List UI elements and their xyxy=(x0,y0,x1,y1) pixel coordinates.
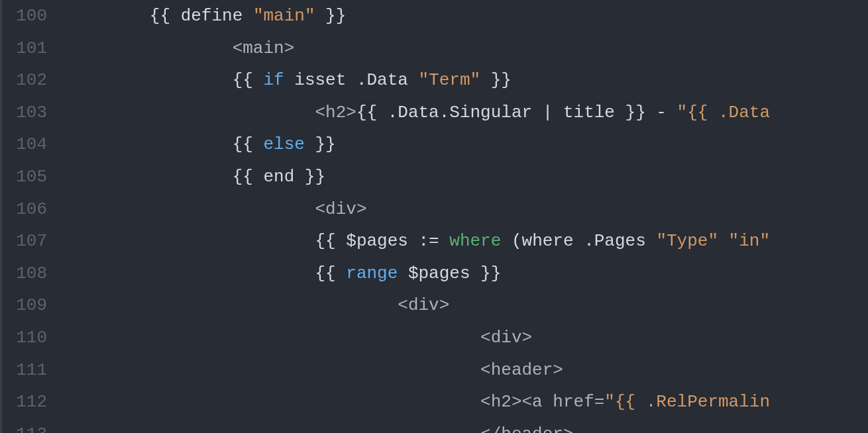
token-dim: </header> xyxy=(67,424,574,433)
token-default: }} xyxy=(480,70,512,90)
token-tag: <header> xyxy=(480,360,563,380)
line-number: 104 xyxy=(2,128,47,161)
token-default: (where .Pages xyxy=(501,231,656,251)
line-number: 103 xyxy=(2,97,47,129)
token-tag: <div> xyxy=(480,328,532,348)
code-line[interactable]: {{ else }} xyxy=(67,128,868,161)
line-number: 106 xyxy=(2,193,47,226)
token-default: {{ $pages := xyxy=(315,231,449,251)
token-default: {{ xyxy=(150,6,181,26)
token-string: "Type" xyxy=(656,231,718,251)
token-tag: <main> xyxy=(233,38,295,58)
line-number: 112 xyxy=(2,386,47,418)
token-default: }} xyxy=(294,167,325,187)
token-func: where xyxy=(449,231,501,251)
line-number: 111 xyxy=(2,354,47,387)
code-line[interactable]: <div> xyxy=(67,322,868,354)
token-default: define xyxy=(181,6,243,26)
line-number: 107 xyxy=(2,225,47,258)
code-line[interactable]: {{ define "main" }} xyxy=(67,0,868,32)
code-line[interactable]: {{ if isset .Data "Term" }} xyxy=(67,64,868,97)
token-default: {{ .Data.Singular | title }} - xyxy=(356,103,677,122)
code-line[interactable]: <main> xyxy=(67,32,868,65)
token-tag: <div> xyxy=(315,199,366,219)
code-line[interactable]: <header> xyxy=(67,354,868,387)
token-default xyxy=(718,231,729,251)
token-default: }} xyxy=(305,134,336,154)
code-line[interactable]: <h2>{{ .Data.Singular | title }} - "{{ .… xyxy=(67,97,868,129)
token-default: }} xyxy=(315,6,347,26)
code-line[interactable]: <div> xyxy=(67,289,868,322)
token-default: isset .Data xyxy=(284,70,419,90)
token-keyword: if xyxy=(263,70,284,90)
token-default: {{ xyxy=(315,264,346,283)
line-number: 102 xyxy=(2,64,47,97)
line-number: 101 xyxy=(2,32,47,65)
token-string: "Term" xyxy=(419,70,481,90)
code-line[interactable]: {{ $pages := where (where .Pages "Type" … xyxy=(67,225,868,258)
code-line[interactable]: <h2><a href="{{ .RelPermalin xyxy=(67,386,868,418)
line-number: 108 xyxy=(2,258,47,290)
token-default xyxy=(770,231,781,251)
code-line[interactable]: {{ range $pages }} xyxy=(67,258,868,290)
code-editor[interactable]: 1001011021031041051061071081091101111121… xyxy=(0,0,868,433)
code-line[interactable]: <div> xyxy=(67,193,868,226)
token-default: {{ xyxy=(233,167,264,187)
token-default: end xyxy=(263,167,294,187)
token-string: "in" xyxy=(729,231,770,251)
line-number: 113 xyxy=(2,418,47,433)
line-number-gutter: 1001011021031041051061071081091101111121… xyxy=(2,0,67,433)
code-line[interactable]: {{ end }} xyxy=(67,161,868,193)
token-default: {{ xyxy=(233,70,264,90)
token-string: "{{ .Data xyxy=(677,103,770,122)
token-tag: <h2> xyxy=(315,103,356,122)
line-number: 109 xyxy=(2,289,47,322)
token-tag: <div> xyxy=(398,295,449,315)
code-line[interactable]: </header> xyxy=(67,418,868,433)
token-keyword: else xyxy=(263,134,304,154)
token-keyword: range xyxy=(346,264,398,283)
token-default xyxy=(243,6,253,26)
line-number: 100 xyxy=(2,0,47,32)
line-number: 105 xyxy=(2,161,47,193)
token-string: "main" xyxy=(253,6,315,26)
code-area[interactable]: {{ define "main" }} <main> {{ if isset .… xyxy=(67,0,868,433)
token-tag: <h2><a href= xyxy=(480,392,604,412)
token-default: {{ xyxy=(233,134,264,154)
line-number: 110 xyxy=(2,322,47,354)
token-string: "{{ .RelPermalin xyxy=(604,392,770,412)
token-default: $pages }} xyxy=(398,264,501,283)
